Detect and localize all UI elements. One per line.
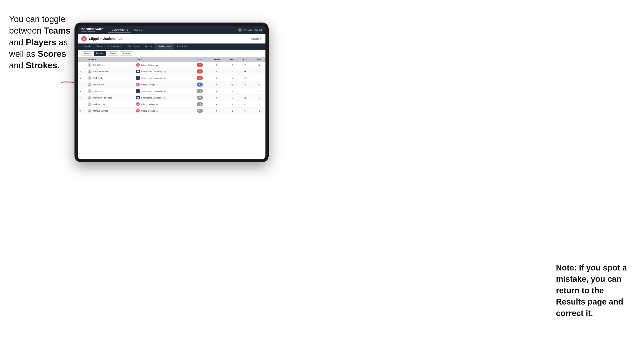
cell-total: +8 bbox=[191, 101, 209, 108]
cell-total: +1 bbox=[191, 88, 209, 94]
team-logo-scoreboard bbox=[136, 89, 140, 93]
table-row: 1 Elliot Ebert C Clippd College [A] -8 F… bbox=[78, 62, 266, 68]
cell-rd1: -5 bbox=[225, 68, 238, 75]
cell-player: Marcus Turners bbox=[86, 108, 134, 114]
tournament-header: C Clippd Invitational (Men) Cancel ✕ bbox=[78, 34, 266, 43]
cell-rank: 7 bbox=[78, 101, 86, 108]
cell-team: C Clippd College [A] bbox=[134, 81, 190, 88]
tab-details[interactable]: Details bbox=[81, 43, 94, 50]
tab-printables[interactable]: Printables bbox=[174, 43, 190, 50]
col-rank: # bbox=[78, 57, 86, 62]
table-row: 4 David Ford C Clippd College [A] E F +1… bbox=[78, 81, 266, 88]
scoreboard-logo: SCOREBOARD Powered by clippd bbox=[81, 28, 104, 32]
tournament-logo: C bbox=[81, 36, 87, 41]
svg-point-8 bbox=[89, 110, 90, 111]
cell-total: +11 bbox=[191, 108, 209, 114]
cell-rd3: E bbox=[252, 88, 266, 94]
tab-leaderboards[interactable]: Leaderboards bbox=[155, 43, 174, 50]
player-avatar bbox=[88, 96, 92, 100]
table-row: 6 Cameron Robertson Scoreboard Universit… bbox=[78, 94, 266, 101]
col-rd1: RD1 bbox=[225, 57, 238, 62]
svg-point-5 bbox=[89, 90, 90, 91]
col-player: PLAYER bbox=[86, 57, 134, 62]
cell-rank: 2 bbox=[78, 68, 86, 75]
signout-button[interactable]: Sign out bbox=[254, 29, 262, 31]
tablet-frame: SCOREBOARD Powered by clippd TOURNAMENTS… bbox=[74, 22, 268, 162]
cancel-button[interactable]: Cancel ✕ bbox=[251, 37, 262, 40]
cell-thru: F bbox=[209, 101, 225, 108]
tab-tee-groups[interactable]: Tee Groups bbox=[125, 43, 142, 50]
svg-point-4 bbox=[89, 83, 90, 85]
tab-teams[interactable]: Teams bbox=[94, 43, 106, 50]
cell-rd3: +2 bbox=[252, 108, 266, 114]
cell-rd1: +2 bbox=[225, 101, 238, 108]
cell-rank: 6 bbox=[78, 94, 86, 101]
cell-thru: F bbox=[209, 108, 225, 114]
user-avatar: U bbox=[238, 28, 242, 32]
team-logo-clippd: C bbox=[136, 83, 140, 86]
table-row: 2 Chris Robertson Scoreboard University … bbox=[78, 68, 266, 75]
svg-point-3 bbox=[89, 77, 90, 78]
leaderboard-table: # PLAYER TEAM TOTAL THRU RD1 RD2 RD3 1 bbox=[78, 57, 266, 159]
cell-player: Chris Robertson bbox=[86, 68, 134, 75]
cell-player: Elliot Ebert bbox=[86, 62, 134, 68]
col-rd2: RD2 bbox=[238, 57, 252, 62]
tab-results[interactable]: Results bbox=[142, 43, 155, 50]
cell-total: +6 bbox=[191, 94, 209, 101]
sub-tab-strokes[interactable]: Strokes bbox=[120, 51, 133, 56]
nav-links: TOURNAMENTS TEAMS bbox=[108, 28, 144, 32]
cell-thru: F bbox=[209, 88, 225, 94]
svg-point-7 bbox=[89, 103, 90, 104]
tab-navigation: Details Teams Course Setup Tee Groups Re… bbox=[78, 43, 266, 50]
sub-tab-scores[interactable]: Scores bbox=[107, 51, 119, 56]
tournament-title: Clippd Invitational bbox=[89, 37, 116, 41]
cell-team: C Clippd College [A] bbox=[134, 108, 190, 114]
cell-rd3: +3 bbox=[252, 81, 266, 88]
cell-rd2: +2 bbox=[238, 94, 252, 101]
cell-rd1: +3 bbox=[225, 62, 238, 68]
player-avatar bbox=[88, 89, 92, 93]
top-nav-bar: SCOREBOARD Powered by clippd TOURNAMENTS… bbox=[78, 26, 266, 34]
table-row: 3 Rich Butler Scoreboard University [A] … bbox=[78, 75, 266, 81]
cell-rd3: -5 bbox=[252, 62, 266, 68]
cell-thru: F bbox=[209, 62, 225, 68]
cell-rd1: +2 bbox=[225, 108, 238, 114]
tablet-screen: SCOREBOARD Powered by clippd TOURNAMENTS… bbox=[78, 26, 266, 159]
svg-point-2 bbox=[89, 70, 90, 72]
cell-rd2: -4 bbox=[238, 81, 252, 88]
sub-tab-teams[interactable]: Teams bbox=[81, 51, 93, 56]
table-row: 5 Rees Britt Scoreboard University [A] +… bbox=[78, 88, 266, 94]
svg-point-6 bbox=[89, 96, 90, 98]
cell-thru: F bbox=[209, 75, 225, 81]
player-avatar bbox=[88, 109, 92, 113]
cell-rd2: -6 bbox=[238, 62, 252, 68]
team-logo-scoreboard bbox=[136, 76, 140, 80]
tab-course-setup[interactable]: Course Setup bbox=[106, 43, 125, 50]
table-row: 7 Blair McHarg C Clippd College [A] +8 F… bbox=[78, 101, 266, 108]
cell-rank: 4 bbox=[78, 81, 86, 88]
nav-user-section: U Test User | Sign out bbox=[238, 28, 262, 32]
cell-rank: 1 bbox=[78, 62, 86, 68]
team-logo-scoreboard bbox=[136, 70, 140, 73]
player-avatar bbox=[88, 82, 92, 87]
cell-player: Blair McHarg bbox=[86, 101, 134, 108]
sub-tab-players[interactable]: Players bbox=[94, 51, 106, 56]
cell-thru: F bbox=[209, 94, 225, 101]
col-team: TEAM bbox=[134, 57, 190, 62]
cell-rank: 8 bbox=[78, 108, 86, 114]
player-avatar bbox=[88, 76, 92, 80]
cell-thru: F bbox=[209, 68, 225, 75]
table-row: 8 Marcus Turners C Clippd College [A] +1… bbox=[78, 108, 266, 114]
nav-tournaments[interactable]: TOURNAMENTS bbox=[108, 28, 131, 32]
nav-teams[interactable]: TEAMS bbox=[132, 28, 144, 32]
left-annotation: You can toggle between Teams and Players… bbox=[9, 13, 72, 71]
cell-team: C Clippd College [A] bbox=[134, 62, 190, 68]
cell-player: Rich Butler bbox=[86, 75, 134, 81]
cell-team: Scoreboard University [A] bbox=[134, 75, 190, 81]
cell-rd3: -1 bbox=[252, 75, 266, 81]
team-logo-clippd: C bbox=[136, 63, 140, 67]
team-logo-clippd: C bbox=[136, 109, 140, 113]
cell-player: David Ford bbox=[86, 81, 134, 88]
cell-rd3: +6 bbox=[252, 101, 266, 108]
team-logo-clippd: C bbox=[136, 102, 140, 106]
